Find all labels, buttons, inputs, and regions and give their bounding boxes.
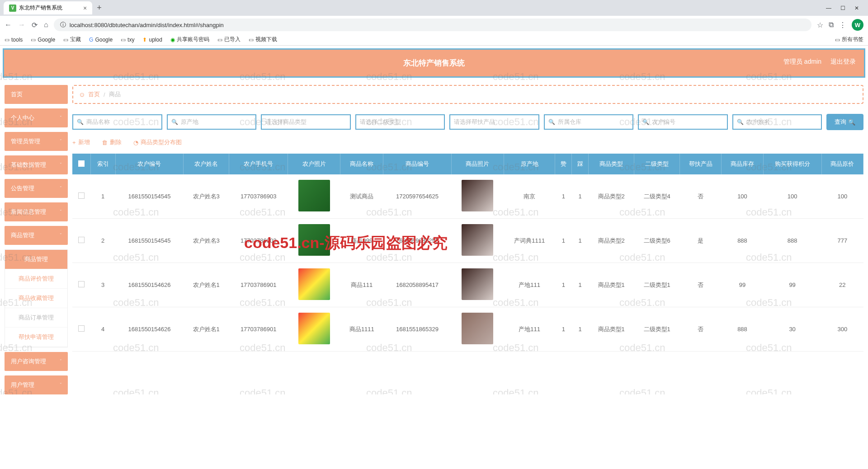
search-farmer-no[interactable]: 🔍农户编号 [638,114,728,130]
menu-news[interactable]: 新闻信息管理ˇ [5,202,68,221]
table-header: 农户姓名 [184,154,229,174]
browser-chrome: V 东北特产销售系统 × + — ☐ ✕ ← → ⟳ ⌂ ⓘ localhost… [0,0,868,46]
row-checkbox[interactable] [78,237,85,243]
sub-help-apply[interactable]: 帮扶申请管理 [5,328,67,347]
table-row: 2 1681550154545 农户姓名3 17703786903 商品999 … [72,219,863,263]
table-header: 商品照片 [451,154,504,174]
image-thumbnail [462,224,493,256]
star-icon[interactable]: ☆ [817,21,823,29]
search-warehouse[interactable]: 🔍所属仓库 [544,114,634,130]
new-tab-button[interactable]: + [92,1,106,14]
cell-farmer-no: 1681550154626 [115,307,183,352]
cell-farmer-no: 1681550154626 [115,263,183,307]
cell-farmer-no: 1681550154545 [115,174,183,219]
cell-help: 否 [680,307,722,352]
chevron-down-icon: ˇ [60,359,61,364]
url-input[interactable]: ⓘ localhost:8080/dbtutechan/admin/dist/i… [54,19,811,31]
menu-personal[interactable]: 个人中心ˇ [5,108,68,127]
forward-icon[interactable]: → [18,21,25,29]
profile-avatar[interactable]: W [852,19,863,31]
search-second-type[interactable]: 请选择二级类型 [355,114,445,130]
row-checkbox[interactable] [78,325,85,332]
search-farmer-name[interactable]: 🔍农户姓名 [732,114,822,130]
bookmark-item[interactable]: ▭ 已导入 [217,36,241,43]
table-header: 原产地 [504,154,555,174]
menu-notice[interactable]: 公告管理ˇ [5,179,68,198]
submenu-product: 商品管理 商品评价管理 商品收藏管理 商品订单管理 帮扶申请管理 [5,249,68,347]
maximize-icon[interactable]: ☐ [840,5,845,11]
cell-stype: 二级类型6 [634,219,680,263]
search-row: 🔍商品名称 🔍原产地 请选择商品类型 请选择二级类型 请选择帮扶产品 🔍所属仓库… [72,114,863,130]
menu-admin[interactable]: 管理员管理ˇ [5,132,68,151]
menu-basedata[interactable]: 基础数据管理ˇ [5,155,68,174]
bookmark-item[interactable]: ▭ Google [31,37,55,43]
search-product-type[interactable]: 请选择商品类型 [261,114,351,130]
cell-ptype: 商品类型2 [589,174,634,219]
table-row: 3 1681550154626 农户姓名1 17703786901 商品111 … [72,263,863,307]
user-info[interactable]: 管理员 admin [783,58,821,66]
search-help-product[interactable]: 请选择帮扶产品 [449,114,539,130]
menu-home[interactable]: 首页 [5,85,68,104]
row-checkbox[interactable] [78,192,85,199]
tab-title: 东北特产销售系统 [19,4,62,12]
bookmark-item[interactable]: ⬆ uplod [142,37,162,43]
sub-product-collect[interactable]: 商品收藏管理 [5,289,67,308]
cell-product-photo [451,263,504,307]
cell-farmer-no: 1681550154545 [115,219,183,263]
bookmark-item[interactable]: ▭ 视频下载 [249,36,277,43]
table-header: 商品类型 [589,154,634,174]
cell-stype: 二级类型1 [634,263,680,307]
bookmark-item[interactable]: ◉ 共享账号密码 [170,36,209,43]
home-icon[interactable]: ⌂ [44,21,48,29]
cell-farmer-phone: 17703786901 [229,263,288,307]
minimize-icon[interactable]: — [826,5,831,11]
row-checkbox[interactable] [78,281,85,287]
cell-dislike: 1 [572,307,589,352]
table-header: 商品名称 [340,154,383,174]
menu-consult[interactable]: 用户咨询管理ˇ [5,352,68,371]
breadcrumb-home[interactable]: 首页 [88,90,100,98]
cell-stype: 二级类型4 [634,174,680,219]
cell-price: 100 [821,174,863,219]
bookmark-item[interactable]: ▭ 宝藏 [63,36,81,43]
site-info-icon[interactable]: ⓘ [60,21,66,29]
cell-like: 1 [555,174,572,219]
logout-link[interactable]: 退出登录 [830,58,856,66]
cell-product-no: 1682058895417 [383,263,451,307]
sub-product-review[interactable]: 商品评价管理 [5,269,67,289]
chart-button[interactable]: ◔商品类型分布图 [133,138,182,146]
bookmark-item[interactable]: ▭ txy [121,37,134,43]
table-row: 1 1681550154545 农户姓名3 17703786903 测试商品 1… [72,174,863,219]
table-header: 购买获得积分 [763,154,821,174]
bookmark-item[interactable]: ▭ tools [5,37,23,43]
cell-farmer-phone: 17703786903 [229,219,288,263]
sub-product-order[interactable]: 商品订单管理 [5,308,67,328]
back-icon[interactable]: ← [5,21,12,29]
query-button[interactable]: 查询 🔍 [826,114,863,130]
menu-user[interactable]: 用户管理ˇ [5,375,68,394]
cell-product-name: 商品1111 [340,307,383,352]
delete-button[interactable]: 🗑删除 [102,138,122,146]
bookmark-bar: ▭ tools ▭ Google ▭ 宝藏 G Google ▭ txy ⬆ u… [0,34,868,46]
extensions-icon[interactable]: ⧉ [829,21,834,29]
all-bookmarks[interactable]: ▭ 所有书签 [835,36,863,43]
sub-product-manage[interactable]: 商品管理 [5,250,67,269]
close-window-icon[interactable]: ✕ [854,5,859,11]
search-icon: 🔍 [848,119,855,126]
cell-product-photo [451,307,504,352]
cell-price: 300 [821,307,863,352]
browser-tab[interactable]: V 东北特产销售系统 × [4,1,92,14]
bookmark-item[interactable]: G Google [89,37,113,43]
reload-icon[interactable]: ⟳ [32,21,38,29]
favicon-icon: V [9,5,16,12]
menu-product[interactable]: 商品管理ˇ [5,226,68,245]
product-table: 索引农户编号农户姓名农户手机号农户照片商品名称商品编号商品照片原产地赞踩商品类型… [72,154,863,352]
search-product-name[interactable]: 🔍商品名称 [72,114,162,130]
checkbox-all[interactable] [78,160,85,167]
search-origin[interactable]: 🔍原产地 [167,114,257,130]
close-tab-icon[interactable]: × [83,5,87,12]
cell-product-photo [451,219,504,263]
add-button[interactable]: +新增 [72,138,90,146]
menu-icon[interactable]: ⋮ [839,21,846,29]
search-icon: 🔍 [77,119,84,125]
